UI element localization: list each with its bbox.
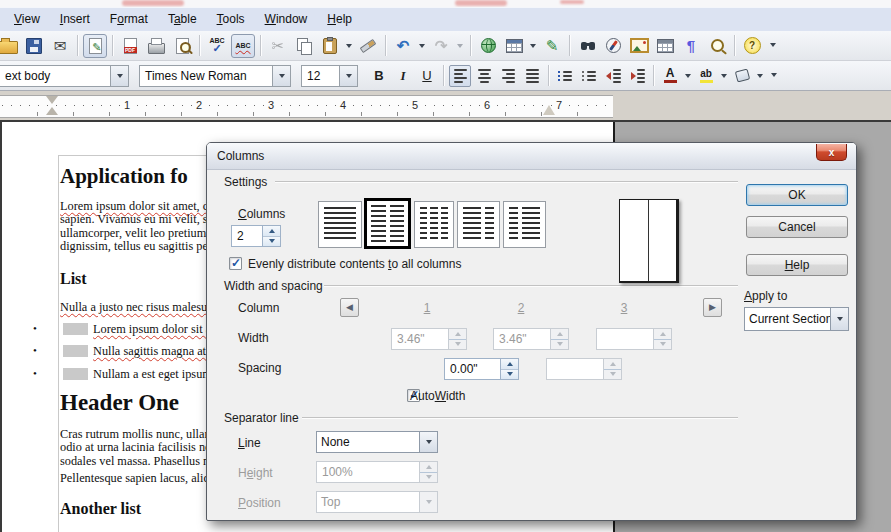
apply-to-dropdown-button[interactable]: [830, 308, 848, 330]
align-left-button[interactable]: [449, 65, 471, 87]
export-pdf-icon[interactable]: PDF: [118, 34, 142, 58]
align-right-button[interactable]: [497, 65, 519, 87]
page-preview-icon[interactable]: [170, 34, 194, 58]
navigator-icon[interactable]: [601, 34, 625, 58]
highlighting-dropdown-arrow[interactable]: [719, 64, 729, 88]
evenly-distribute-label[interactable]: Evenly distribute contents to all column…: [248, 257, 461, 271]
width-1-spinbox: 3.46": [391, 328, 467, 350]
numbered-list-button[interactable]: [554, 65, 576, 87]
line-style-dropdown-button[interactable]: [419, 432, 437, 452]
format-paintbrush-icon[interactable]: [356, 34, 380, 58]
menu-help[interactable]: Help: [317, 8, 362, 31]
column-prev-button[interactable]: ◀: [340, 298, 359, 317]
hyperlink-icon[interactable]: [476, 34, 500, 58]
right-indent-marker[interactable]: [543, 105, 555, 115]
menu-format[interactable]: Format: [100, 8, 158, 31]
columns-stepper[interactable]: 2: [231, 225, 281, 247]
columns-spin-buttons[interactable]: [262, 226, 280, 246]
data-sources-icon[interactable]: [653, 34, 677, 58]
cancel-button[interactable]: Cancel: [746, 216, 848, 238]
spacing-1-spin-buttons[interactable]: [500, 359, 518, 379]
open-icon[interactable]: [0, 34, 20, 58]
undo-dropdown-arrow[interactable]: [417, 34, 427, 58]
paragraph-style-select[interactable]: ext body: [0, 65, 129, 87]
line-style-dropdown[interactable]: None: [316, 431, 438, 453]
bullet-list-icon: [582, 71, 596, 81]
background-color-button[interactable]: [731, 65, 753, 87]
align-center-button[interactable]: [473, 65, 495, 87]
spellcheck-icon[interactable]: ABC✓: [205, 34, 229, 58]
menu-window[interactable]: Window: [255, 8, 318, 31]
highlighting-button[interactable]: ab: [695, 65, 717, 87]
font-name-select[interactable]: Times New Roman: [139, 65, 291, 87]
font-size-select[interactable]: 12: [301, 65, 358, 87]
font-color-button[interactable]: A: [659, 65, 681, 87]
edit-file-icon[interactable]: ✎: [83, 34, 107, 58]
left-indent-marker[interactable]: [46, 107, 58, 115]
gallery-icon[interactable]: [627, 34, 651, 58]
first-line-indent-marker[interactable]: [46, 96, 58, 104]
bold-button[interactable]: B: [368, 65, 390, 87]
background-color-dropdown-arrow[interactable]: [755, 64, 765, 88]
paste-dropdown-arrow[interactable]: [344, 34, 354, 58]
preset-one-column[interactable]: [318, 201, 362, 248]
position-label: Position: [238, 496, 281, 510]
font-size-dropdown-button[interactable]: [339, 66, 357, 86]
apply-to-dropdown[interactable]: Current Section: [744, 307, 849, 331]
decrease-indent-button[interactable]: [602, 65, 624, 87]
paragraph-style-dropdown-button[interactable]: [110, 66, 128, 86]
evenly-distribute-checkbox[interactable]: [229, 257, 242, 270]
field-shading-box: [63, 345, 88, 357]
insert-table-icon[interactable]: [502, 34, 526, 58]
table-dropdown-arrow[interactable]: [528, 34, 538, 58]
formatting-marks-icon[interactable]: ¶: [679, 34, 703, 58]
menu-table[interactable]: Table: [158, 8, 207, 31]
undo-icon[interactable]: ↶: [391, 34, 415, 58]
save-icon[interactable]: [22, 34, 46, 58]
auto-spellcheck-icon[interactable]: ABC: [231, 34, 255, 58]
spacing-1-spinbox[interactable]: 0.00": [444, 358, 519, 380]
doc-paragraph: Nulla a justo nec risus malesu: [60, 301, 207, 314]
toolbar-overflow-arrow[interactable]: [769, 63, 779, 87]
width-2-spinbox: 3.46": [493, 328, 569, 350]
preset-right-wide[interactable]: [503, 201, 546, 248]
paste-icon[interactable]: [318, 34, 342, 58]
menu-tools[interactable]: Tools: [207, 8, 255, 31]
menu-insert[interactable]: Insert: [50, 8, 100, 31]
horizontal-ruler[interactable]: 1 2 3 4 5 6 7: [0, 95, 613, 118]
decrease-indent-icon: [606, 69, 621, 83]
text-boundary-left: [58, 155, 59, 532]
toolbar-overflow-arrow[interactable]: [768, 33, 778, 57]
help-button[interactable]: Help: [746, 254, 848, 276]
column-next-button[interactable]: ▶: [703, 298, 722, 317]
autowidth-label[interactable]: AutoWidth: [410, 389, 465, 403]
justify-button[interactable]: [521, 65, 543, 87]
zoom-icon[interactable]: [705, 34, 729, 58]
preset-two-columns[interactable]: [364, 198, 411, 249]
triangle-glyph: [770, 43, 776, 47]
print-icon[interactable]: [144, 34, 168, 58]
increase-indent-button[interactable]: [626, 65, 648, 87]
find-replace-icon[interactable]: [575, 34, 599, 58]
menu-view[interactable]: View: [4, 8, 50, 31]
font-name-dropdown-button[interactable]: [272, 66, 290, 86]
font-color-dropdown-arrow[interactable]: [683, 64, 693, 88]
justify-icon: [526, 69, 539, 83]
preset-left-wide[interactable]: [457, 201, 500, 248]
help-icon[interactable]: ?: [740, 34, 764, 58]
italic-button[interactable]: I: [392, 65, 414, 87]
ok-button[interactable]: OK: [746, 184, 848, 206]
bullet-list-button[interactable]: [578, 65, 600, 87]
doc-bullet-text: Lorem ipsum dolor sit a: [93, 322, 211, 337]
dialog-title-bar[interactable]: Columns x: [207, 143, 856, 170]
scissors-glyph: ✂: [272, 38, 285, 53]
underline-button[interactable]: U: [416, 65, 438, 87]
show-draw-functions-icon[interactable]: ✎: [540, 34, 564, 58]
preset-three-columns[interactable]: [414, 201, 454, 248]
doc-line: Nulla a justo nec risus malesu: [60, 301, 207, 314]
email-icon[interactable]: ✉: [48, 34, 72, 58]
copy-icon[interactable]: [292, 34, 316, 58]
undo-arrow-glyph: ↶: [397, 38, 410, 53]
close-icon[interactable]: x: [816, 144, 847, 161]
doc-heading-another-list: Another list: [60, 500, 141, 518]
